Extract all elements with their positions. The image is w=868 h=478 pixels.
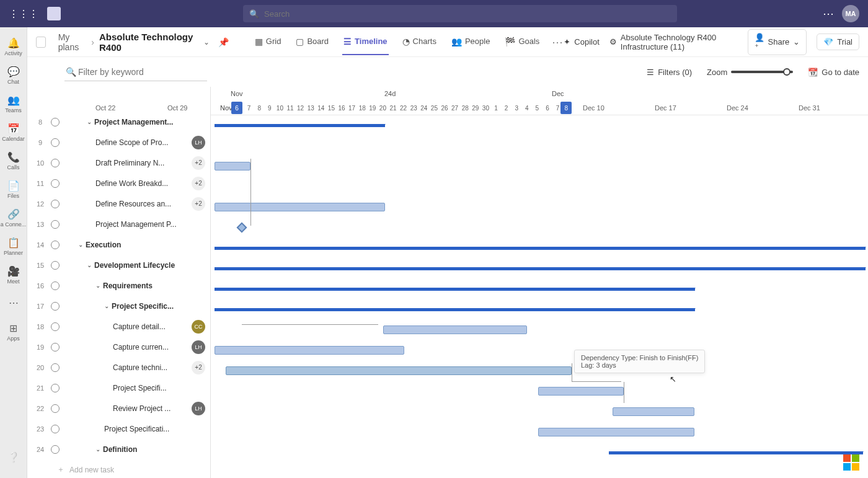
- task-label[interactable]: Project Specifi...: [113, 384, 210, 392]
- assignee-avatar[interactable]: +2: [192, 361, 205, 374]
- task-label[interactable]: Requirements: [103, 281, 210, 290]
- task-label[interactable]: Development Lifecycle: [94, 261, 210, 270]
- task-row[interactable]: 24⌄Definition: [27, 439, 210, 459]
- assignee-avatar[interactable]: LH: [192, 402, 205, 415]
- complete-toggle[interactable]: [51, 241, 60, 249]
- plan-dropdown[interactable]: ⌄: [203, 38, 210, 46]
- tab-goals[interactable]: 🏁Goals: [503, 29, 541, 55]
- task-label[interactable]: Define Resources an...: [95, 200, 192, 208]
- collapse-toggle[interactable]: ⌄: [95, 282, 100, 289]
- copilot-button[interactable]: ✦Copilot: [564, 37, 599, 46]
- collapse-toggle[interactable]: ⌄: [87, 118, 92, 125]
- complete-toggle[interactable]: [51, 200, 60, 208]
- complete-toggle[interactable]: [51, 281, 60, 290]
- tab-timeline[interactable]: ☰Timeline: [342, 29, 389, 55]
- pin-icon[interactable]: 📌: [218, 37, 229, 47]
- complete-toggle[interactable]: [51, 445, 60, 454]
- task-label[interactable]: Definition: [103, 445, 210, 454]
- task-row[interactable]: 23Project Specificati...: [27, 418, 210, 439]
- task-label[interactable]: Define Work Breakd...: [95, 179, 192, 188]
- task-row[interactable]: 19Capture curren...LH: [27, 337, 210, 357]
- rail-help[interactable]: ❔: [0, 443, 27, 472]
- task-row[interactable]: 8⌄Project Management...: [27, 112, 210, 132]
- task-row[interactable]: 20Capture techni...+2: [27, 357, 210, 378]
- back-button[interactable]: [36, 37, 46, 48]
- task-label[interactable]: Capture detail...: [113, 322, 192, 331]
- collapse-toggle[interactable]: ⌄: [78, 241, 83, 248]
- task-row[interactable]: 17⌄Project Specific...: [27, 296, 210, 316]
- task-label[interactable]: Project Management...: [94, 118, 210, 126]
- rail-calls[interactable]: 📞Calls: [0, 146, 27, 175]
- complete-toggle[interactable]: [51, 220, 60, 229]
- collapse-toggle[interactable]: ⌄: [95, 446, 100, 453]
- task-row[interactable]: 21Project Specifi...: [27, 378, 210, 398]
- task-label[interactable]: Review Project ...: [113, 404, 192, 413]
- rail-more[interactable]: ⋯: [0, 289, 27, 317]
- task-label[interactable]: Capture curren...: [113, 343, 192, 352]
- task-row[interactable]: 12Define Resources an...+2: [27, 193, 210, 214]
- gantt-chart[interactable]: Dependency Type: Finish to Finish(FF) La…: [211, 115, 868, 478]
- task-row[interactable]: 22Review Project ...LH: [27, 398, 210, 418]
- assignee-avatar[interactable]: +2: [192, 177, 205, 190]
- user-avatar[interactable]: MA: [842, 5, 859, 22]
- rail-apps[interactable]: ⊞Apps: [0, 317, 27, 346]
- tab-board[interactable]: ▢Board: [294, 29, 330, 55]
- complete-toggle[interactable]: [51, 343, 60, 352]
- go-to-date-button[interactable]: 📆Go to date: [808, 68, 859, 77]
- complete-toggle[interactable]: [51, 302, 60, 311]
- task-bar[interactable]: [215, 346, 404, 355]
- rail-meet[interactable]: 🎥Meet: [0, 260, 27, 289]
- complete-toggle[interactable]: [51, 261, 60, 270]
- task-row[interactable]: 18Capture detail...CC: [27, 316, 210, 337]
- more-icon[interactable]: ⋯: [823, 7, 835, 20]
- summary-bar[interactable]: [215, 124, 385, 127]
- summary-bar[interactable]: [609, 451, 863, 454]
- filters-button[interactable]: ☰Filters (0): [647, 68, 692, 77]
- complete-toggle[interactable]: [51, 138, 60, 147]
- rail-chat[interactable]: 💬Chat: [0, 61, 27, 89]
- complete-toggle[interactable]: [51, 404, 60, 413]
- share-button[interactable]: 👤⁺Share⌄: [748, 29, 807, 55]
- task-label[interactable]: Capture techni...: [113, 363, 192, 372]
- assignee-avatar[interactable]: +2: [192, 197, 205, 211]
- task-label[interactable]: Execution: [86, 241, 210, 249]
- task-row[interactable]: 10Draft Preliminary N...+2: [27, 153, 210, 173]
- rail-activity[interactable]: 🔔Activity: [0, 32, 27, 61]
- zoom-control[interactable]: Zoom: [707, 68, 793, 77]
- filter-input[interactable]: [64, 63, 207, 81]
- selected-day[interactable]: 8: [560, 102, 572, 114]
- tab-people[interactable]: 👥People: [450, 29, 491, 55]
- task-row[interactable]: 13Project Management P...: [27, 214, 210, 234]
- add-task-button[interactable]: ＋Add new task: [27, 459, 210, 478]
- complete-toggle[interactable]: [51, 179, 60, 188]
- task-bar[interactable]: [383, 325, 527, 334]
- teams-app-icon[interactable]: [47, 7, 61, 20]
- complete-toggle[interactable]: [51, 384, 60, 392]
- task-label[interactable]: Project Specificati...: [104, 425, 210, 433]
- complete-toggle[interactable]: [51, 425, 60, 433]
- rail-files[interactable]: 📄Files: [0, 175, 27, 203]
- assignee-avatar[interactable]: CC: [192, 320, 205, 334]
- rail-connections[interactable]: 🔗a Conne...: [0, 203, 27, 232]
- rail-planner[interactable]: 📋Planner: [0, 232, 27, 260]
- assignee-avatar[interactable]: +2: [192, 156, 205, 170]
- task-label[interactable]: Draft Preliminary N...: [95, 159, 192, 167]
- rail-calendar[interactable]: 📅Calendar: [0, 118, 27, 146]
- task-row[interactable]: 16⌄Requirements: [27, 275, 210, 296]
- task-bar[interactable]: [226, 366, 572, 375]
- collapse-toggle[interactable]: ⌄: [87, 262, 92, 268]
- selected-day[interactable]: 6: [231, 102, 242, 114]
- breadcrumb-parent[interactable]: My plans: [58, 32, 87, 52]
- infrastructure-link[interactable]: ⚙Absolute Technology R400 Infrastructure…: [609, 33, 738, 51]
- collapse-toggle[interactable]: ⌄: [104, 303, 109, 309]
- search-input[interactable]: [264, 9, 671, 19]
- assignee-avatar[interactable]: LH: [192, 340, 205, 354]
- assignee-avatar[interactable]: LH: [192, 136, 205, 149]
- complete-toggle[interactable]: [51, 159, 60, 167]
- rail-teams[interactable]: 👥Teams: [0, 89, 27, 118]
- task-bar[interactable]: [538, 387, 624, 396]
- zoom-slider[interactable]: [731, 71, 793, 73]
- task-row[interactable]: 14⌄Execution: [27, 234, 210, 255]
- task-row[interactable]: 11Define Work Breakd...+2: [27, 173, 210, 193]
- global-search[interactable]: 🔍: [243, 5, 677, 22]
